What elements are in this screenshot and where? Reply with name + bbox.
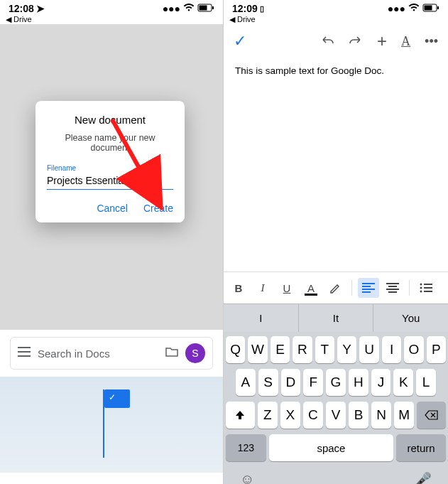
svg-point-10 xyxy=(420,291,422,293)
key-M[interactable]: M xyxy=(394,402,414,429)
key-H[interactable]: H xyxy=(349,369,368,396)
key-A[interactable]: A xyxy=(236,369,256,396)
create-button[interactable]: Create xyxy=(143,203,173,214)
filename-label: Filename xyxy=(47,164,173,172)
highlight-button[interactable] xyxy=(324,278,346,298)
keyboard-suggestions: I It You xyxy=(224,303,448,332)
numbers-key[interactable]: 123 xyxy=(226,434,266,461)
wifi-icon xyxy=(183,3,195,14)
key-V[interactable]: V xyxy=(326,402,346,429)
status-bar: 12:08➤ ●●● xyxy=(0,0,223,14)
battery-icon xyxy=(422,3,439,14)
done-check-icon[interactable]: ✓ xyxy=(234,32,246,50)
underline-button[interactable]: U xyxy=(276,278,297,298)
menu-icon[interactable] xyxy=(18,347,31,360)
avatar[interactable]: S xyxy=(185,343,205,363)
key-S[interactable]: S xyxy=(258,369,278,396)
space-key[interactable]: space xyxy=(269,434,393,461)
key-E[interactable]: E xyxy=(271,336,290,363)
shift-key[interactable] xyxy=(226,402,255,429)
key-P[interactable]: P xyxy=(427,336,446,363)
suggestion[interactable]: You xyxy=(373,304,448,332)
key-Y[interactable]: Y xyxy=(337,336,356,363)
folder-icon[interactable] xyxy=(165,347,178,360)
svg-point-8 xyxy=(420,284,422,286)
key-R[interactable]: R xyxy=(293,336,312,363)
bullet-list-button[interactable] xyxy=(415,278,437,298)
location-icon: ➤ xyxy=(36,3,45,14)
new-document-modal: New document Please name your new docume… xyxy=(35,101,185,222)
key-N[interactable]: N xyxy=(371,402,391,429)
key-F[interactable]: F xyxy=(303,369,323,396)
text-format-icon[interactable]: A xyxy=(401,34,410,49)
key-D[interactable]: D xyxy=(281,369,301,396)
plus-icon[interactable]: + xyxy=(377,31,387,51)
kb-row-3r: ZXCVBNM xyxy=(226,402,446,429)
status-bar: 12:09 ▯ ●●● xyxy=(224,0,448,14)
cell-icon: ●●● xyxy=(388,3,405,14)
key-K[interactable]: K xyxy=(393,369,413,396)
keyboard: QWERTYUIOP ASDFGHJKL ZXCVBNM 123 space r… xyxy=(224,332,448,484)
key-L[interactable]: L xyxy=(416,369,436,396)
editor-toolbar: ✓ + A ••• xyxy=(224,24,448,58)
return-key[interactable]: return xyxy=(396,434,446,461)
text-color-button[interactable]: A xyxy=(300,278,322,298)
redo-icon[interactable] xyxy=(349,34,363,49)
svg-point-9 xyxy=(420,287,422,289)
back-to-app[interactable]: ◀ Drive xyxy=(0,15,223,24)
key-Z[interactable]: Z xyxy=(258,402,278,429)
svg-rect-6 xyxy=(437,6,439,9)
status-time: 12:09 xyxy=(232,3,258,14)
back-to-app[interactable]: ◀ Drive xyxy=(224,15,448,24)
key-X[interactable]: X xyxy=(280,402,300,429)
svg-rect-2 xyxy=(212,6,214,9)
key-Q[interactable]: Q xyxy=(226,336,245,363)
key-B[interactable]: B xyxy=(349,402,368,429)
filename-input[interactable] xyxy=(47,172,173,190)
key-C[interactable]: C xyxy=(303,402,323,429)
emoji-key[interactable]: ☺ xyxy=(240,471,254,484)
search-placeholder: Search in Docs xyxy=(38,348,158,360)
kb-row-1r: QWERTYUIOP xyxy=(226,336,446,363)
more-icon[interactable]: ••• xyxy=(425,34,438,49)
key-I[interactable]: I xyxy=(382,336,401,363)
suggestion[interactable]: It xyxy=(298,304,373,332)
kb-row-2r: ASDFGHJKL xyxy=(226,369,446,396)
key-O[interactable]: O xyxy=(404,336,423,363)
cell-icon: ●●● xyxy=(163,3,180,14)
svg-rect-5 xyxy=(425,6,432,11)
modal-subtitle: Please name your new document xyxy=(47,133,173,153)
status-time: 12:08 xyxy=(9,3,34,14)
key-U[interactable]: U xyxy=(359,336,378,363)
italic-button[interactable]: I xyxy=(252,278,273,298)
bold-button[interactable]: B xyxy=(228,278,249,298)
mic-key[interactable]: 🎤 xyxy=(414,471,432,484)
undo-icon[interactable] xyxy=(320,34,334,49)
svg-rect-1 xyxy=(200,6,207,11)
align-left-button[interactable] xyxy=(358,278,379,298)
align-center-button[interactable] xyxy=(382,278,403,298)
key-T[interactable]: T xyxy=(315,336,334,363)
modal-title: New document xyxy=(47,114,173,126)
key-W[interactable]: W xyxy=(248,336,267,363)
wifi-icon xyxy=(408,3,420,14)
backspace-key[interactable] xyxy=(417,402,446,429)
suggestion[interactable]: I xyxy=(224,304,298,332)
battery-icon xyxy=(197,3,214,14)
key-J[interactable]: J xyxy=(371,369,391,396)
key-G[interactable]: G xyxy=(326,369,346,396)
welcome-banner: ✓ xyxy=(0,377,223,473)
search-bar[interactable]: Search in Docs S xyxy=(10,337,213,370)
cancel-button[interactable]: Cancel xyxy=(97,203,128,214)
format-bar: B I U A xyxy=(224,271,448,303)
editor-body[interactable]: This is sample text for Google Doc. xyxy=(224,58,448,271)
